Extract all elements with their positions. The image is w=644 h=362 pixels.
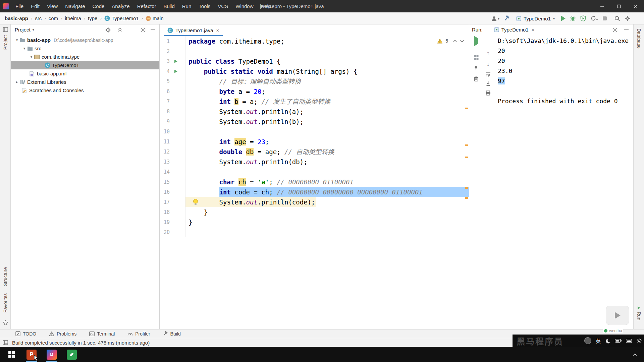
toolwindow-button-profiler[interactable]: Profiler xyxy=(127,331,150,337)
start-button[interactable] xyxy=(1,347,21,362)
taskbar-green-app-icon[interactable] xyxy=(62,347,82,362)
code-text[interactable]: System.out.println(a); xyxy=(185,107,469,117)
menu-run[interactable]: Run xyxy=(178,0,195,12)
code-text[interactable]: int b = a; // 发生了自动类型转换 xyxy=(185,97,469,107)
line-number[interactable]: 5 xyxy=(160,76,170,86)
stop-button[interactable] xyxy=(602,16,607,21)
minimize-button[interactable] xyxy=(594,0,610,12)
gutter[interactable]: 3 xyxy=(160,56,185,66)
stripe-run-button[interactable]: Run xyxy=(636,312,642,320)
battery-icon[interactable] xyxy=(615,339,622,343)
close-button[interactable] xyxy=(627,0,644,12)
gutter[interactable]: 1 xyxy=(160,36,185,46)
gutter[interactable]: 17 xyxy=(160,197,185,207)
gutter[interactable]: 10 xyxy=(160,127,185,137)
code-line-15[interactable]: 15 char ch = 'a'; // 00000000 01100001 xyxy=(160,177,469,187)
code-text[interactable]: } xyxy=(185,217,469,227)
line-number[interactable]: 16 xyxy=(160,187,170,197)
rerun-button[interactable] xyxy=(474,38,478,44)
stripe-database-button[interactable]: Database xyxy=(636,28,642,49)
print-icon[interactable] xyxy=(485,90,491,96)
breadcrumb-type[interactable]: type xyxy=(88,15,97,21)
line-number[interactable]: 11 xyxy=(160,137,170,147)
vcs-user-icon[interactable]: ▾ xyxy=(491,16,499,21)
code-line-9[interactable]: 9 System.out.println(b); xyxy=(160,117,469,127)
breadcrumb-basic-app[interactable]: basic-app xyxy=(5,15,28,21)
gutter[interactable]: 12 xyxy=(160,147,185,157)
gutter[interactable]: 6 xyxy=(160,86,185,97)
code-line-7[interactable]: 7 int b = a; // 发生了自动类型转换 xyxy=(160,97,469,107)
gutter[interactable]: 14 xyxy=(160,167,185,177)
code-line-4[interactable]: 4 public static void main(String[] args)… xyxy=(160,66,469,76)
code-line-2[interactable]: 2 xyxy=(160,46,469,56)
breadcrumb-src[interactable]: src xyxy=(35,15,42,21)
gutter[interactable]: 2 xyxy=(160,46,185,56)
code-area[interactable]: 1package com.itheima.type;23public class… xyxy=(160,36,469,237)
toolwindow-button-todo[interactable]: TODO xyxy=(15,331,36,337)
editor-tab-typedemo1[interactable]: C TypeDemo1.java × xyxy=(164,24,223,36)
tree-caret-icon[interactable]: ▾ xyxy=(29,55,34,59)
code-text[interactable]: char ch = 'a'; // 00000000 01100001 xyxy=(185,177,469,187)
stripe-favorites-button[interactable]: Favorites xyxy=(3,293,8,313)
scroll-to-end-icon[interactable] xyxy=(486,81,490,86)
run-tab-close-icon[interactable]: × xyxy=(532,27,535,33)
run-line-icon[interactable] xyxy=(174,59,178,63)
code-text[interactable]: } xyxy=(185,207,469,217)
tree-row-scratches-and-consoles[interactable]: Scratches and Consoles xyxy=(11,86,159,95)
gutter[interactable]: 7 xyxy=(160,97,185,107)
code-text[interactable]: System.out.println(b); xyxy=(185,117,469,127)
menu-refactor[interactable]: Refactor xyxy=(133,0,160,12)
run-configuration-select[interactable]: TypeDemo1 ▾ xyxy=(514,16,557,21)
line-number[interactable]: 9 xyxy=(160,117,170,127)
menu-file[interactable]: File xyxy=(12,0,27,12)
code-text[interactable] xyxy=(185,46,469,56)
code-text[interactable]: public static void main(String[] args) { xyxy=(185,66,469,76)
code-text[interactable]: public class TypeDemo1 { xyxy=(185,56,469,66)
line-number[interactable]: 6 xyxy=(160,86,170,97)
tree-row-basic-app-iml[interactable]: basic-app.iml xyxy=(11,69,159,78)
run-tab-typedemo1[interactable]: TypeDemo1 × xyxy=(494,27,535,33)
code-text[interactable]: int age = 23; xyxy=(185,137,469,147)
code-line-8[interactable]: 8 System.out.println(a); xyxy=(160,107,469,117)
pin-tab-icon[interactable] xyxy=(473,65,479,71)
gutter[interactable]: 13 xyxy=(160,157,185,167)
project-panel-title[interactable]: Project xyxy=(15,27,31,33)
collapse-all-icon[interactable] xyxy=(117,27,122,33)
up-stack-icon[interactable]: ↑ xyxy=(487,50,490,57)
tray-settings-gear-icon[interactable] xyxy=(636,338,642,344)
gutter[interactable]: 4 xyxy=(160,66,185,76)
code-line-16[interactable]: 16 int code = ch; // 00000000 00000000 0… xyxy=(160,187,469,197)
favorites-star-icon[interactable] xyxy=(3,320,8,325)
stripe-structure-button[interactable]: Structure xyxy=(3,267,8,286)
tree-row-external-libraries[interactable]: ▸External Libraries xyxy=(11,78,159,86)
breadcrumb-com[interactable]: com xyxy=(49,15,58,21)
line-number[interactable]: 10 xyxy=(160,127,170,137)
code-line-14[interactable]: 14 xyxy=(160,167,469,177)
line-number[interactable]: 2 xyxy=(160,46,170,56)
line-number[interactable]: 20 xyxy=(160,227,170,237)
code-text[interactable]: int code = ch; // 00000000 00000000 0000… xyxy=(185,187,469,197)
menu-vcs[interactable]: VCS xyxy=(214,0,232,12)
debug-button[interactable] xyxy=(570,15,576,21)
line-number[interactable]: 3 xyxy=(160,56,170,66)
stripe-mark[interactable] xyxy=(465,108,468,109)
tree-row-basic-app[interactable]: ▾basic-appD:\code\javasepro\basic-app xyxy=(11,36,159,44)
stripe-mark[interactable] xyxy=(465,197,468,199)
code-text[interactable] xyxy=(185,227,469,237)
code-line-19[interactable]: 19} xyxy=(160,217,469,227)
menu-view[interactable]: View xyxy=(43,0,61,12)
gutter[interactable]: 8 xyxy=(160,107,185,117)
intention-bulb-icon[interactable] xyxy=(193,199,198,205)
line-number[interactable]: 4 xyxy=(160,66,170,76)
line-number[interactable]: 8 xyxy=(160,107,170,117)
replay-overlay[interactable] xyxy=(606,306,629,325)
code-line-11[interactable]: 11 int age = 23; xyxy=(160,137,469,147)
code-text[interactable] xyxy=(185,167,469,177)
code-text[interactable] xyxy=(185,127,469,137)
stripe-project-button[interactable]: Project xyxy=(3,35,8,50)
project-tool-icon[interactable] xyxy=(3,27,8,32)
build-hammer-icon[interactable] xyxy=(504,15,510,21)
breadcrumb-main[interactable]: mmain xyxy=(146,15,164,21)
menu-analyze[interactable]: Analyze xyxy=(108,0,133,12)
code-line-6[interactable]: 6 byte a = 20; xyxy=(160,86,469,97)
